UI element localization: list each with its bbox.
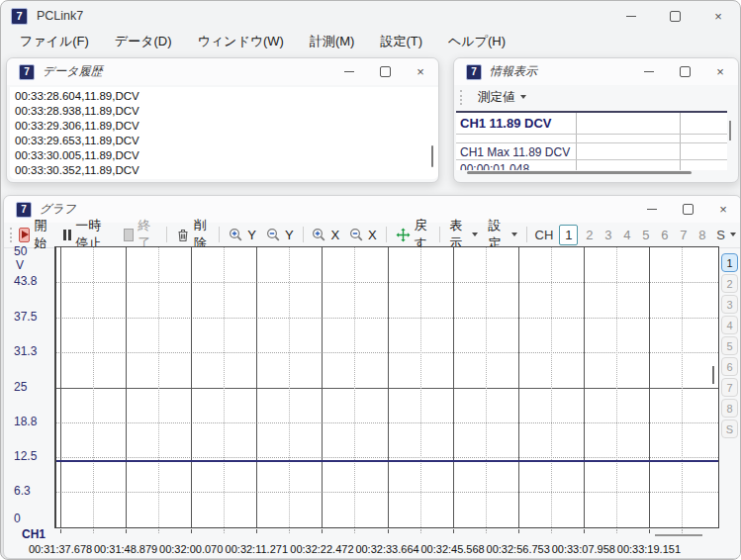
toolbar-channel-2[interactable]: 2 [580,228,599,242]
side-channel-1[interactable]: 1 [721,253,738,272]
close-button[interactable]: × [702,58,738,85]
maximize-icon [680,66,691,77]
zoom-in-icon [312,228,326,242]
x-tick-minor [93,529,95,533]
y-tick-label: 0 [14,512,21,525]
toolbar-channel-6[interactable]: 6 [655,228,674,242]
y-tick-label: 18.8 [14,415,37,428]
toolbar-channel-7[interactable]: 7 [674,228,693,242]
menu-item[interactable]: 設定(T) [367,32,435,51]
toolbar-separator [166,227,167,242]
graph-titlebar[interactable]: 7 グラフ × [4,196,741,223]
scale-dropdown[interactable]: S [711,228,741,242]
minimize-button[interactable] [609,1,653,31]
minimize-button[interactable] [331,58,367,85]
history-vertical-scrollbar[interactable] [431,145,433,167]
pause-icon [63,230,71,240]
menu-item[interactable]: データ(D) [102,32,185,51]
zoom-out-icon [349,228,364,242]
side-channel-2[interactable]: 2 [721,274,738,293]
toolbar-channel-5[interactable]: 5 [636,228,655,242]
toolbar-channel-1[interactable]: 1 [559,225,578,245]
close-button[interactable]: × [705,196,741,223]
x-tick-minor [354,529,356,533]
data-line-ch1 [56,460,718,462]
x-tick-minor [616,529,618,533]
toolbar-gripper-icon[interactable] [460,90,464,105]
zoom-in-x-button[interactable]: X [307,224,344,245]
start-button[interactable]: 開始 [14,224,59,245]
menu-item[interactable]: 計測(M) [297,32,368,51]
info-display-window: 7 情報表示 × 測定値 CH1 11.89 DCV CH1 Max 11.89… [453,57,739,183]
minimize-button[interactable] [631,58,667,85]
data-history-window: 7 データ履歴 × 00:33:28.604,11.89,DCV00:33:28… [6,57,439,183]
move-arrows-icon [396,228,411,242]
v-gridline-minor [551,247,553,527]
plot-area[interactable] [54,246,719,528]
data-history-titlebar[interactable]: 7 データ履歴 × [7,58,438,85]
v-gridline [60,247,61,527]
v-gridline [322,247,323,527]
info-display-titlebar[interactable]: 7 情報表示 × [454,58,738,85]
side-channel-8[interactable]: 8 [721,399,738,418]
maximize-button[interactable] [653,1,696,31]
pause-button[interactable]: 一時停止 [58,224,119,245]
info-horizontal-scrollbar[interactable] [467,171,692,174]
menu-item[interactable]: ヘルプ(H) [435,32,518,51]
toolbar-channel-8[interactable]: 8 [693,228,711,242]
display-dropdown[interactable]: 表示 [444,224,483,245]
measure-value-dropdown[interactable]: 測定値 [472,87,532,108]
side-channel-6[interactable]: 6 [721,357,738,376]
side-channel-3[interactable]: 3 [721,295,738,314]
delete-button[interactable]: 削除 [171,224,216,245]
toolbar-channel-4[interactable]: 4 [617,228,636,242]
y-tick-label: 37.5 [14,310,37,324]
graph-vertical-scrollbar[interactable] [712,366,714,384]
toolbar-channel-3[interactable]: 3 [599,228,617,242]
history-list[interactable]: 00:33:28.604,11.89,DCV00:33:28.938,11.89… [10,87,438,179]
toolbar-separator [526,227,527,242]
side-channel-S[interactable]: S [721,420,738,438]
minimize-icon [626,16,636,17]
minimize-button[interactable] [634,196,670,223]
info-vertical-scrollbar[interactable] [729,121,731,140]
zoom-out-x-button[interactable]: X [344,224,382,245]
toolbar-separator [303,227,304,242]
close-button[interactable]: × [403,58,438,85]
x-tick [649,529,650,533]
menu-item[interactable]: ウィンドウ(W) [184,32,296,51]
y-tick-label: 25 [14,380,27,394]
v-gridline-minor [354,247,356,527]
x-tick-minor [224,529,226,533]
info-display-window-controls: × [631,58,738,85]
maximize-button[interactable] [670,196,705,223]
v-gridline [126,247,127,527]
v-gridline-minor [616,247,618,527]
reset-view-button[interactable]: 戻す [391,224,436,245]
graph-horizontal-scrollbar[interactable] [655,534,702,536]
x-tick-minor [158,529,160,533]
zoom-axis-label: X [330,228,339,242]
side-channel-7[interactable]: 7 [721,378,738,397]
x-tick [518,529,519,533]
settings-dropdown[interactable]: 設定 [483,224,521,245]
stop-button[interactable]: 終了 [119,224,162,245]
v-gridline-minor [158,247,160,527]
zoom-out-y-button[interactable]: Y [261,224,299,245]
side-channel-4[interactable]: 4 [721,316,738,334]
toolbar-separator [219,227,220,242]
menu-item[interactable]: ファイル(F) [7,32,102,51]
zoom-in-y-button[interactable]: Y [224,224,261,245]
close-icon: × [417,65,424,78]
close-button[interactable]: × [696,1,740,31]
channel-selector-label: CH [531,228,558,242]
maximize-icon [670,11,681,22]
close-icon: × [714,10,722,23]
x-tick-label: 00:33:07.958 [552,543,615,555]
y-tick-label: 43.8 [14,274,37,288]
side-channel-5[interactable]: 5 [721,336,738,355]
maximize-button[interactable] [667,58,702,85]
v-gridline [518,247,519,527]
app-logo-icon: 7 [466,64,482,80]
maximize-button[interactable] [367,58,403,85]
